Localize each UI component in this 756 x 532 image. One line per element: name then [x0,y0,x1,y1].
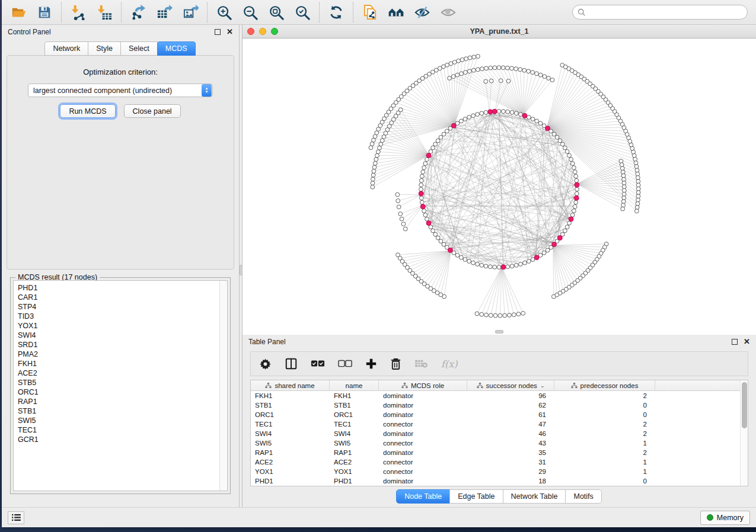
cell-shared_name: ORC1 [251,411,330,418]
clone-network-icon[interactable] [362,4,378,21]
first-neighbors-icon[interactable] [388,4,404,21]
mcds-result-item[interactable]: ACE2 [18,368,219,378]
cell-name: ACE2 [330,459,379,466]
tab-edge-table[interactable]: Edge Table [449,489,503,504]
function-builder-icon[interactable]: f(x) [441,357,457,371]
create-column-plus-icon[interactable] [365,357,377,371]
tab-node-table[interactable]: Node Table [396,489,450,504]
mcds-result-item[interactable]: STP4 [18,302,219,312]
cell-successor_nodes: 62 [467,402,554,409]
window-minimize-button[interactable] [259,28,266,35]
zoom-in-icon[interactable] [216,4,232,21]
column-header-shared-name[interactable]: shared name [251,380,330,390]
show-all-icon[interactable] [440,4,457,21]
select-all-rows-icon[interactable] [311,357,325,371]
table-tab-bar: Node TableEdge TableNetwork TableMotifs [243,486,756,507]
run-mcds-button[interactable]: Run MCDS [60,104,115,118]
mcds-result-item[interactable]: TID3 [18,312,219,321]
hide-selected-icon[interactable] [414,4,430,21]
memory-button[interactable]: Memory [700,511,750,525]
mcds-result-item[interactable]: PMA2 [18,350,219,359]
mcds-list-scrollbar[interactable] [219,281,227,491]
refresh-icon[interactable] [328,4,344,21]
tab-network[interactable]: Network [44,41,88,56]
close-table-panel-icon[interactable]: ✕ [744,339,750,345]
mcds-result-item[interactable]: PHD1 [18,283,219,293]
open-file-icon[interactable] [10,4,27,21]
search-input[interactable] [589,8,742,17]
zoom-selected-icon[interactable] [294,4,311,21]
delete-table-icon[interactable] [414,357,428,371]
mcds-result-item[interactable]: SWI4 [18,331,219,340]
tab-network-table[interactable]: Network Table [503,489,566,504]
zoom-out-icon[interactable] [242,4,259,21]
tab-motifs[interactable]: Motifs [565,489,601,504]
select-stepper-icon: ▲▼ [202,84,212,97]
import-table-icon[interactable] [96,4,113,21]
mcds-result-item[interactable]: ORC1 [18,387,219,397]
search-field[interactable] [572,5,748,20]
table-scrollbar-thumb[interactable] [742,382,747,428]
table-row[interactable]: ORC1ORC1dominator610 [251,410,740,419]
cell-predecessor_nodes: 1 [554,459,655,466]
tab-select[interactable]: Select [120,41,158,56]
mcds-result-item[interactable]: RAP1 [18,397,219,406]
close-panel-button[interactable]: Close panel [124,104,181,118]
float-panel-icon[interactable] [215,29,221,35]
mcds-result-item[interactable]: STB1 [18,406,219,416]
mcds-result-list[interactable]: PHD1CAR1STP4TID3YOX1SWI4SRD1PMA2FKH1ACE2… [13,280,228,491]
tab-mcds[interactable]: MCDS [157,41,196,56]
cell-name: ORC1 [330,411,379,418]
show-column-panel-icon[interactable] [285,357,298,371]
window-zoom-button[interactable] [271,28,278,35]
network-window-title: YPA_prune.txt_1 [243,27,756,36]
table-row[interactable]: SWI4SWI4dominator462 [251,429,740,438]
column-type-icon [265,383,272,389]
column-header-name[interactable]: name [330,380,379,390]
column-header-predecessor-nodes[interactable]: predecessor nodes [554,380,655,390]
mcds-result-item[interactable]: CAR1 [18,293,219,302]
network-window-titlebar[interactable]: YPA_prune.txt_1 [243,25,756,39]
mcds-result-item[interactable]: SRD1 [18,340,219,350]
task-history-button[interactable] [8,511,24,524]
table-row[interactable]: PHD1PHD1dominator180 [251,476,740,486]
table-row[interactable]: YOX1YOX1connector291 [251,467,740,476]
export-table-icon[interactable] [156,4,173,21]
mcds-result-item[interactable]: SWI5 [18,416,219,425]
deselect-all-rows-icon[interactable] [338,357,352,371]
mcds-result-item[interactable]: GCR1 [18,435,219,444]
cell-shared_name: PHD1 [251,477,330,485]
export-image-icon[interactable] [182,4,199,21]
tab-style[interactable]: Style [88,41,121,56]
column-header-successor-nodes[interactable]: successor nodes⌄ [467,380,554,390]
table-row[interactable]: STB1STB1dominator620 [251,400,740,410]
cell-successor_nodes: 61 [467,411,554,418]
export-network-icon[interactable] [130,4,146,21]
table-scrollbar[interactable] [740,380,748,486]
float-table-panel-icon[interactable] [732,339,738,345]
table-row[interactable]: FKH1FKH1dominator962 [251,391,740,400]
table-options-gear-icon[interactable] [259,357,272,371]
zoom-fit-icon[interactable] [268,4,285,21]
import-network-icon[interactable] [70,4,87,21]
cell-predecessor_nodes: 0 [554,402,655,409]
window-close-button[interactable] [247,28,254,35]
table-row[interactable]: TEC1TEC1connector472 [251,419,740,429]
table-row[interactable]: RAP1RAP1dominator352 [251,448,740,457]
mcds-result-item[interactable]: YOX1 [18,321,219,331]
delete-column-trash-icon[interactable] [390,357,401,371]
cell-predecessor_nodes: 0 [554,411,655,418]
table-row[interactable]: SWI5SWI5connector431 [251,438,740,448]
column-type-icon [401,383,408,389]
network-graph[interactable] [243,39,756,335]
optimization-criterion-select[interactable]: largest connected component (undirected)… [28,84,213,97]
mcds-result-item[interactable]: FKH1 [18,359,219,368]
mcds-result-item[interactable]: STB5 [18,378,219,387]
table-row[interactable]: ACE2ACE2connector311 [251,457,740,467]
network-canvas[interactable] [243,39,756,335]
mcds-result-item[interactable]: TEC1 [18,425,219,435]
save-session-icon[interactable] [36,4,53,21]
close-panel-icon[interactable]: ✕ [227,29,233,35]
horizontal-split-handle[interactable] [495,330,503,334]
column-header-MCDS-role[interactable]: MCDS role [379,380,467,390]
